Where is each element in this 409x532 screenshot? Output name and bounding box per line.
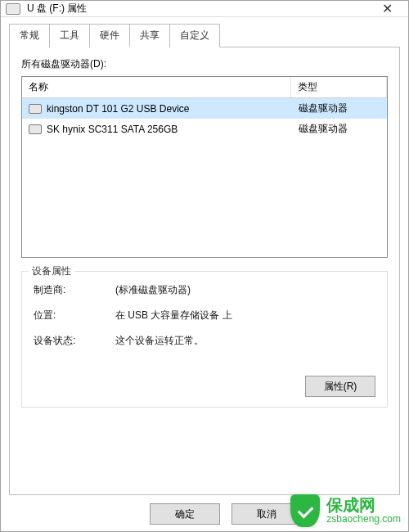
properties-window: U 盘 (F:) 属性 ✕ 常规 工具 硬件 共享 自定义 所有磁盘驱动器(D)… bbox=[0, 0, 409, 532]
tab-sharing[interactable]: 共享 bbox=[130, 24, 170, 47]
list-header: 名称 类型 bbox=[22, 77, 387, 98]
col-header-name[interactable]: 名称 bbox=[22, 77, 291, 97]
list-row[interactable]: SK hynix SC311 SATA 256GB 磁盘驱动器 bbox=[22, 119, 387, 139]
device-properties-legend: 设备属性 bbox=[29, 264, 74, 278]
client-area: 常规 工具 硬件 共享 自定义 所有磁盘驱动器(D): 名称 类型 kingst… bbox=[1, 17, 408, 532]
titlebar[interactable]: U 盘 (F:) 属性 ✕ bbox=[1, 1, 408, 17]
tab-custom[interactable]: 自定义 bbox=[170, 24, 220, 47]
drives-list[interactable]: 名称 类型 kingston DT 101 G2 USB Device 磁盘驱动… bbox=[21, 76, 388, 258]
col-header-type[interactable]: 类型 bbox=[291, 77, 387, 97]
drive-name: SK hynix SC311 SATA 256GB bbox=[47, 124, 178, 135]
tab-strip: 常规 工具 硬件 共享 自定义 bbox=[9, 24, 400, 47]
drive-name: kingston DT 101 G2 USB Device bbox=[47, 103, 190, 115]
disk-icon bbox=[29, 104, 42, 114]
tab-general[interactable]: 常规 bbox=[9, 24, 50, 47]
device-properties-button[interactable]: 属性(R) bbox=[305, 376, 375, 397]
drive-type: 磁盘驱动器 bbox=[292, 120, 387, 138]
hardware-pane: 所有磁盘驱动器(D): 名称 类型 kingston DT 101 G2 USB… bbox=[9, 47, 400, 495]
cancel-button[interactable]: 取消 bbox=[231, 503, 302, 525]
manufacturer-label: 制造商: bbox=[34, 283, 115, 297]
manufacturer-value: (标准磁盘驱动器) bbox=[115, 283, 375, 297]
location-label: 位置: bbox=[34, 309, 115, 322]
tab-hardware[interactable]: 硬件 bbox=[90, 24, 130, 47]
list-row[interactable]: kingston DT 101 G2 USB Device 磁盘驱动器 bbox=[22, 98, 387, 119]
dialog-buttons: 确定 取消 bbox=[9, 503, 400, 525]
all-drives-label: 所有磁盘驱动器(D): bbox=[21, 57, 388, 71]
drive-type: 磁盘驱动器 bbox=[292, 100, 387, 117]
list-body: kingston DT 101 G2 USB Device 磁盘驱动器 SK h… bbox=[22, 98, 387, 139]
status-label: 设备状态: bbox=[34, 334, 115, 348]
disk-icon bbox=[29, 124, 42, 134]
location-value: 在 USB 大容量存储设备 上 bbox=[115, 309, 375, 322]
window-title: U 盘 (F:) 属性 bbox=[27, 2, 371, 16]
device-properties-group: 设备属性 制造商: (标准磁盘驱动器) 位置: 在 USB 大容量存储设备 上 … bbox=[21, 271, 388, 408]
ok-button[interactable]: 确定 bbox=[150, 503, 220, 525]
drive-icon bbox=[6, 3, 20, 15]
close-button[interactable]: ✕ bbox=[371, 1, 403, 16]
tab-tools[interactable]: 工具 bbox=[50, 24, 90, 47]
status-value: 这个设备运转正常。 bbox=[115, 334, 375, 348]
